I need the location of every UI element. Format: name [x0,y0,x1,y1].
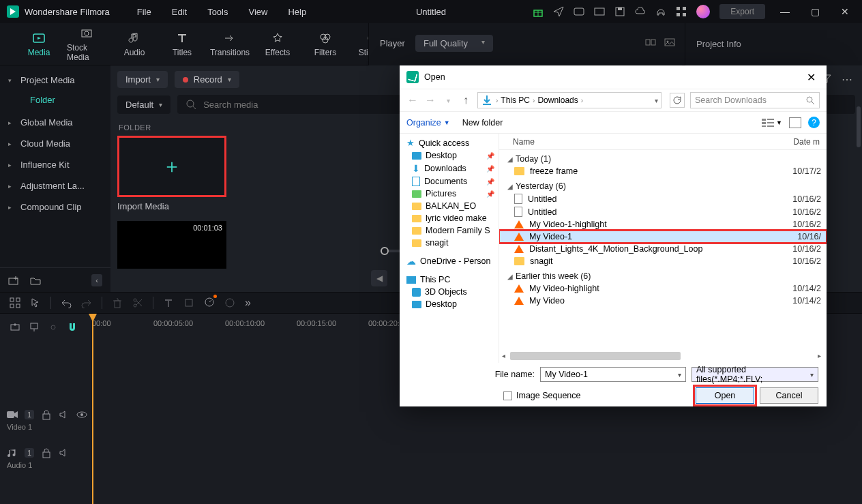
file-group[interactable]: ◢Yesterday (6) [499,177,827,192]
menu-view[interactable]: View [248,7,267,17]
new-folder-button[interactable]: New folder [462,118,503,128]
sidebar-cloud-media[interactable]: ▸Cloud Media [0,133,110,154]
cancel-button[interactable]: Cancel [760,387,818,404]
eye-icon[interactable] [76,409,87,420]
open-button[interactable]: Open [696,387,754,404]
sidebar-folder[interactable]: Folder [0,91,110,112]
prev-frame-button[interactable]: ◀ [371,270,387,286]
mute-icon[interactable] [59,447,70,458]
tab-titles[interactable]: Titles [162,31,202,57]
tree-desktop[interactable]: Desktop📌 [400,149,499,162]
preview-pane-icon[interactable] [789,117,801,128]
add-track-icon[interactable] [10,322,20,333]
menu-help[interactable]: Help [288,7,306,17]
organize-menu[interactable]: Organize▼ [406,118,450,128]
sidebar-global-media[interactable]: ▸Global Media [0,112,110,133]
more-icon[interactable]: ⋯ [839,73,855,86]
tab-transitions[interactable]: Transitions [210,31,250,57]
new-folder-icon[interactable] [8,275,19,286]
send-icon[interactable] [553,6,564,17]
file-row[interactable]: Untitled10/16/2 [499,205,827,218]
sidebar-project-media[interactable]: ▾Project Media [0,70,110,91]
file-list-header[interactable]: Name Date m [499,134,827,150]
horizontal-scrollbar[interactable]: ◂▸ [505,352,818,361]
tree-folder[interactable]: snagit [400,237,499,249]
file-row[interactable]: Untitled10/16/2 [499,192,827,205]
tree-folder[interactable]: Modern Family S [400,224,499,237]
window-close-icon[interactable]: ✕ [835,5,855,18]
file-group[interactable]: ◢Today (1) [499,150,827,165]
tab-audio[interactable]: Audio [115,31,154,57]
slider-knob-icon[interactable] [381,247,389,255]
nav-up-icon[interactable]: ↑ [460,94,472,106]
tree-onedrive[interactable]: ☁OneDrive - Person [400,254,499,268]
tree-3d-objects[interactable]: 3D Objects [400,286,499,298]
link-icon[interactable] [48,322,59,333]
compare-icon[interactable] [645,37,656,48]
sort-dropdown[interactable]: Default▾ [117,95,170,114]
nav-forward-icon[interactable]: → [424,94,436,106]
audio-track-header[interactable]: 1 [7,447,70,458]
tree-folder[interactable]: lyric video make [400,212,499,224]
redo-icon[interactable] [81,297,92,308]
collapse-sidebar-icon[interactable]: ‹ [91,274,102,286]
split-icon[interactable] [132,297,143,308]
color-icon[interactable] [224,297,235,308]
player-quality-dropdown[interactable]: Full Quality▾ [415,35,493,52]
headphones-icon[interactable] [655,6,666,17]
file-group[interactable]: ◢Earlier this week (6) [499,267,827,282]
file-row[interactable]: My Video-highlight10/14/2 [499,282,827,295]
tree-folder[interactable]: BALKAN_EO [400,200,499,212]
file-row[interactable]: Distant_Lights_4K_Motion_Background_Loop… [499,243,827,255]
tab-filters[interactable]: Filters [306,31,345,57]
address-bar[interactable]: › This PC› Downloads› ▾ [477,92,662,108]
import-media-box[interactable]: ＋ [117,136,226,197]
phone-icon[interactable] [594,6,605,17]
menu-edit[interactable]: Edit [172,7,187,17]
mute-icon[interactable] [59,409,70,420]
crop-icon[interactable] [183,297,194,308]
text-icon[interactable] [163,297,174,308]
file-row[interactable]: snagit10/16/2 [499,255,827,267]
tree-documents[interactable]: Documents📌 [400,175,499,188]
file-row[interactable]: My Video10/14/2 [499,295,827,307]
message-icon[interactable] [574,6,584,17]
filename-input[interactable]: My Video-1▾ [540,367,686,382]
export-button[interactable]: Export [719,4,765,19]
gift-icon[interactable] [533,6,544,17]
image-sequence-checkbox[interactable]: Image Sequence [503,391,581,400]
cloud-icon[interactable] [635,6,646,17]
magnet-icon[interactable] [67,322,78,333]
save-icon[interactable] [614,6,625,17]
refresh-icon[interactable] [670,93,685,108]
speed-icon[interactable] [204,296,215,310]
grid-icon[interactable] [10,297,20,308]
folder-icon[interactable] [30,275,41,286]
tree-pictures[interactable]: Pictures📌 [400,188,499,200]
sidebar-influence-kit[interactable]: ▸Influence Kit [0,154,110,175]
import-dropdown[interactable]: Import▾ [117,71,168,88]
delete-icon[interactable] [112,297,123,308]
nav-back-icon[interactable]: ← [406,94,419,106]
picture-icon[interactable] [664,37,675,48]
apps-icon[interactable] [676,6,687,17]
playhead[interactable] [92,314,93,504]
undo-icon[interactable] [61,297,72,308]
tab-effects[interactable]: Effects [258,31,297,57]
scrollbar[interactable] [857,106,861,147]
media-clip-thumbnail[interactable]: 00:01:03 [117,221,226,269]
file-row[interactable]: My Video-1-highlight10/16/2 [499,218,827,231]
window-minimize-icon[interactable]: — [775,5,795,18]
record-dropdown[interactable]: Record▾ [175,71,239,88]
tree-downloads[interactable]: ⬇Downloads📌 [400,162,499,175]
dialog-close-icon[interactable]: ✕ [803,71,820,84]
marker-icon[interactable] [29,322,40,333]
menu-file[interactable]: File [137,7,151,17]
sidebar-compound-clip[interactable]: ▸Compound Clip [0,196,110,218]
sidebar-adjustment-layer[interactable]: ▸Adjustment La... [0,175,110,196]
tree-quick-access[interactable]: ★Quick access [400,136,499,149]
lock-icon[interactable] [41,447,52,458]
view-dropdown[interactable]: ▼ [761,118,782,128]
menu-tools[interactable]: Tools [207,7,228,17]
pointer-icon[interactable] [30,297,41,308]
